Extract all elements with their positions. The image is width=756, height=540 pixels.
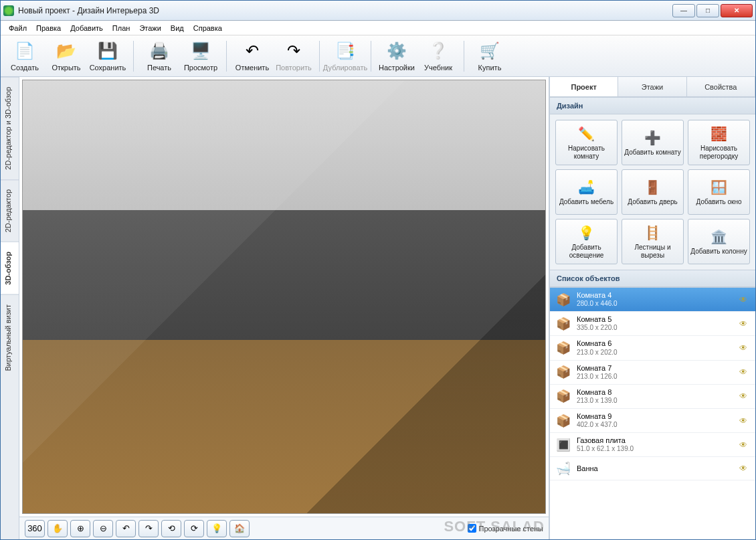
toolbar-label: Создать: [11, 64, 39, 72]
toolbar-separator: [319, 41, 320, 72]
object-item[interactable]: 📦Комната 9402.0 x 437.0👁: [550, 409, 755, 433]
view-tool-6[interactable]: ⟲: [161, 520, 181, 537]
minimize-button[interactable]: [672, 4, 695, 17]
view-tool-8[interactable]: 💡: [207, 520, 227, 537]
object-icon: 📦: [555, 340, 571, 356]
menu-правка[interactable]: Правка: [32, 23, 65, 33]
view-tool-2[interactable]: ⊕: [70, 520, 90, 537]
design-добавить-мебель-button[interactable]: 🛋️Добавить мебель: [555, 169, 618, 215]
toolbar-печать-button[interactable]: 🖨️Печать: [139, 37, 179, 75]
view-tool-3[interactable]: ⊖: [93, 520, 113, 537]
design-лестницы-и-вырезы-button[interactable]: 🪜Лестницы и вырезы: [622, 219, 684, 264]
toolbar-настройки-button[interactable]: ⚙️Настройки: [377, 37, 417, 75]
toolbar-открыть-button[interactable]: 📂Открыть: [46, 37, 86, 75]
design-label: Добавить освещение: [557, 244, 616, 259]
design-icon: 🚪: [644, 179, 662, 196]
toolbar-отменить-button[interactable]: ↶Отменить: [232, 37, 272, 75]
object-item[interactable]: 📦Комната 6213.0 x 202.0👁: [550, 336, 755, 360]
transparent-walls-input[interactable]: [468, 524, 476, 533]
toolbar-просмотр-button[interactable]: 🖥️Просмотр: [181, 37, 221, 75]
titlebar: Новый проект - Дизайн Интерьера 3D: [1, 1, 755, 21]
window-controls: [672, 4, 753, 17]
design-icon: ➕: [644, 129, 662, 147]
toolbar-label: Настройки: [379, 64, 415, 72]
viewport-tab-Виртуальный визит[interactable]: Виртуальный визит: [1, 294, 19, 381]
object-dimensions: 280.0 x 446.0: [577, 300, 734, 308]
window-title: Новый проект - Дизайн Интерьера 3D: [18, 6, 672, 15]
купить-icon: 🛒: [479, 40, 500, 62]
viewport-tab-3D-обзор[interactable]: 3D-обзор: [1, 242, 19, 294]
design-добавить-комнату-button[interactable]: ➕Добавить комнату: [622, 120, 684, 165]
menu-вид[interactable]: Вид: [167, 23, 188, 33]
object-dimensions: 213.0 x 202.0: [577, 349, 734, 357]
visibility-eye-icon[interactable]: 👁: [739, 343, 750, 353]
view-tool-7[interactable]: ⟳: [184, 520, 204, 537]
design-нарисовать-перегородку-button[interactable]: 🧱Нарисовать перегородку: [688, 120, 750, 165]
toolbar-создать-button[interactable]: 📄Создать: [5, 37, 45, 75]
menu-справка[interactable]: Справка: [189, 23, 226, 33]
object-name: Ванна: [577, 464, 734, 473]
object-icon: 🛁: [555, 460, 571, 476]
object-icon: 📦: [555, 364, 571, 380]
toolbar-label: Открыть: [52, 64, 80, 72]
toolbar-сохранить-button[interactable]: 💾Сохранить: [88, 37, 128, 75]
object-item[interactable]: 📦Комната 5335.0 x 220.0👁: [550, 312, 755, 336]
object-icon: 📦: [555, 292, 571, 308]
objects-list[interactable]: 📦Комната 4280.0 x 446.0👁📦Комната 5335.0 …: [550, 287, 755, 539]
design-нарисовать-комнату-button[interactable]: ✏️Нарисовать комнату: [555, 120, 618, 165]
menu-добавить[interactable]: Добавить: [66, 23, 107, 33]
visibility-eye-icon[interactable]: 👁: [739, 464, 750, 473]
toolbar-купить-button[interactable]: 🛒Купить: [470, 37, 510, 75]
visibility-eye-icon[interactable]: 👁: [739, 367, 750, 377]
visibility-eye-icon[interactable]: 👁: [739, 319, 750, 329]
right-tab-Проект[interactable]: Проект: [550, 77, 618, 96]
objects-section-header: Список объектов: [550, 270, 755, 287]
right-tab-Свойства[interactable]: Свойства: [687, 77, 755, 96]
design-label: Добавить окно: [696, 198, 742, 206]
дублировать-icon: 📑: [335, 40, 356, 62]
object-name: Комната 7: [577, 364, 734, 373]
design-icon: 🧱: [711, 125, 728, 143]
view-tool-0[interactable]: 360: [25, 520, 45, 537]
toolbar-учебник-button[interactable]: ❔Учебник: [418, 37, 458, 75]
app-icon: [3, 5, 14, 16]
design-добавить-освещение-button[interactable]: 💡Добавить освещение: [555, 219, 618, 264]
3d-viewport[interactable]: [22, 80, 546, 514]
maximize-button[interactable]: [696, 4, 719, 17]
object-item[interactable]: 🛁Ванна👁: [550, 457, 755, 480]
view-tool-1[interactable]: ✋: [48, 520, 68, 537]
object-name: Комната 9: [577, 412, 734, 421]
visibility-eye-icon[interactable]: 👁: [739, 391, 750, 401]
design-добавить-дверь-button[interactable]: 🚪Добавить дверь: [622, 169, 684, 215]
object-item[interactable]: 📦Комната 8213.0 x 139.0👁: [550, 385, 755, 409]
view-tool-5[interactable]: ↷: [138, 520, 159, 537]
открыть-icon: 📂: [56, 40, 77, 62]
close-button[interactable]: [721, 4, 753, 17]
viewport-tab-2D-редактор[interactable]: 2D-редактор: [1, 179, 19, 242]
design-добавить-колонну-button[interactable]: 🏛️Добавить колонну: [688, 219, 750, 264]
transparent-walls-label: Прозрачные стены: [479, 525, 543, 533]
visibility-eye-icon[interactable]: 👁: [739, 416, 750, 426]
viewport-tab-2D-редактор и 3D-обзор[interactable]: 2D-редактор и 3D-обзор: [1, 77, 19, 179]
object-item[interactable]: 🔳Газовая плита51.0 x 62.1 x 139.0👁: [550, 433, 755, 457]
viewport-panel: 360✋⊕⊖↶↷⟲⟳💡🏠Прозрачные стены SOFT SALAD: [19, 77, 549, 539]
view-tool-4[interactable]: ↶: [116, 520, 136, 537]
view-tool-9[interactable]: 🏠: [229, 520, 250, 537]
menu-этажи[interactable]: Этажи: [135, 23, 165, 33]
transparent-walls-checkbox[interactable]: Прозрачные стены: [468, 524, 543, 533]
учебник-icon: ❔: [428, 40, 449, 62]
visibility-eye-icon[interactable]: 👁: [739, 440, 750, 450]
object-icon: 📦: [555, 316, 571, 332]
object-item[interactable]: 📦Комната 7213.0 x 126.0👁: [550, 361, 755, 385]
design-tools-grid: ✏️Нарисовать комнату➕Добавить комнату🧱На…: [550, 114, 755, 270]
object-item[interactable]: 📦Комната 4280.0 x 446.0👁: [550, 288, 755, 312]
design-добавить-окно-button[interactable]: 🪟Добавить окно: [688, 169, 750, 215]
отменить-icon: ↶: [242, 40, 263, 62]
visibility-eye-icon[interactable]: 👁: [739, 295, 750, 304]
menu-файл[interactable]: Файл: [5, 23, 31, 33]
toolbar-separator: [371, 41, 371, 72]
object-name: Комната 5: [577, 315, 734, 324]
design-label: Добавить мебель: [559, 198, 613, 206]
menu-план[interactable]: План: [108, 23, 134, 33]
right-tab-Этажи[interactable]: Этажи: [618, 77, 686, 96]
